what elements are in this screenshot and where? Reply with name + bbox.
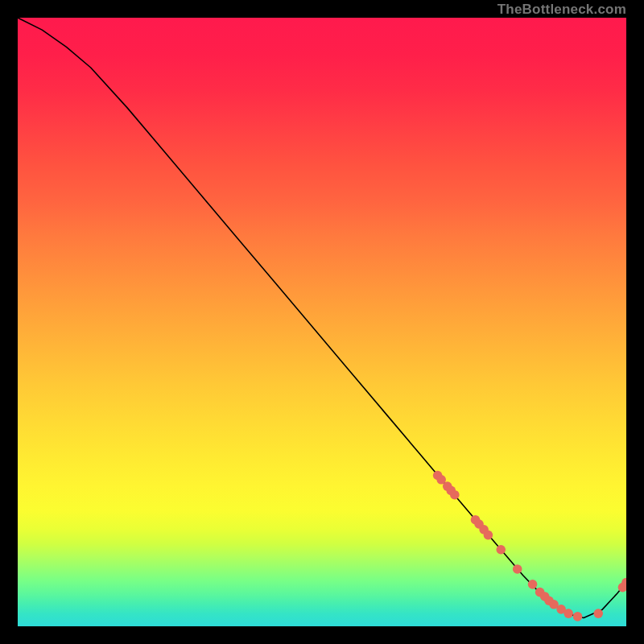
data-point (564, 609, 573, 618)
data-point (496, 545, 506, 555)
attribution-label: TheBottleneck.com (497, 2, 626, 18)
plot-area (18, 18, 626, 626)
data-point (450, 490, 460, 500)
chart-stage: TheBottleneck.com (0, 0, 644, 644)
data-point (513, 564, 522, 574)
plot-overlay (18, 18, 626, 626)
data-point (484, 530, 493, 540)
data-point (528, 580, 538, 589)
data-point (593, 609, 603, 618)
scatter-layer (433, 471, 626, 621)
bottleneck-curve (18, 18, 626, 617)
curve-layer (18, 18, 626, 617)
data-point (573, 612, 583, 621)
